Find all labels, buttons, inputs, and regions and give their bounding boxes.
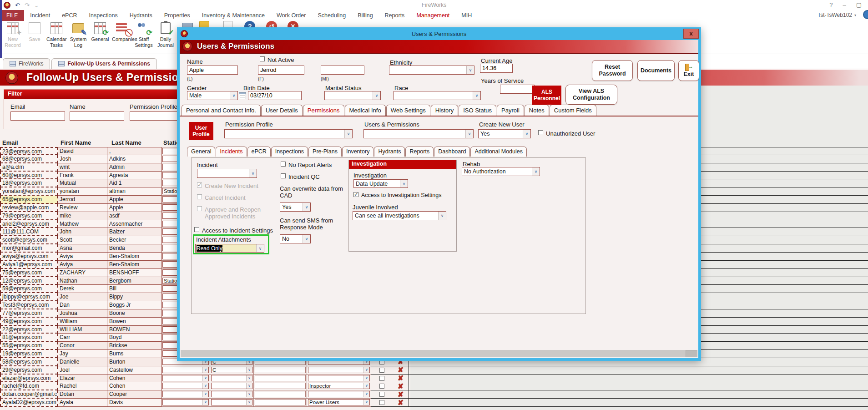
row-checkbox[interactable] xyxy=(379,376,384,381)
file-tab[interactable]: FILE xyxy=(0,10,24,21)
cell-email[interactable]: 77@eprsys.com xyxy=(0,309,58,318)
incident-qc-checkbox[interactable]: Incident QC xyxy=(281,173,320,180)
cell-email[interactable]: AyalaD2@eprsys.com xyxy=(0,399,58,407)
cell-last-name[interactable]: Burton xyxy=(107,358,161,366)
cell-first-name[interactable]: Derek xyxy=(58,285,107,293)
toolbar-button[interactable]: ✎ System Log xyxy=(68,20,88,48)
cell-first-name[interactable]: WILLIAM xyxy=(58,326,107,334)
cell-last-name[interactable]: Bippy xyxy=(107,293,161,301)
chevron-down-icon[interactable]: ∨ xyxy=(202,383,208,389)
toolbar-button[interactable]: + New Record xyxy=(3,20,23,48)
create-new-incident-checkbox[interactable]: Create New Incident xyxy=(197,182,258,189)
chevron-down-icon[interactable]: ∨ xyxy=(246,367,252,373)
access-investigation-settings-checkbox[interactable]: Access to Investigation Settings xyxy=(353,192,441,198)
dialog-tab[interactable]: History xyxy=(431,105,458,116)
cell-first-name[interactable]: William xyxy=(58,318,107,326)
create-new-user-combo[interactable]: Yes∨ xyxy=(478,129,531,138)
cell-last-name[interactable]: Admin xyxy=(107,163,161,172)
cell-email[interactable]: yonatan@eprsys.com xyxy=(0,187,58,196)
cell-last-name[interactable]: Cohen xyxy=(107,375,161,383)
cell-first-name[interactable]: Joshua xyxy=(58,309,107,318)
station-combo[interactable]: ∨ xyxy=(162,375,209,381)
cell-first-name[interactable]: Dotan xyxy=(58,390,107,399)
document-tab[interactable]: Follow-Up Users & Permissions xyxy=(51,58,156,69)
cell-email[interactable]: jbippy@eprsys.com xyxy=(0,293,58,301)
cell-email[interactable]: Aviya1@eprsys.com xyxy=(0,261,58,269)
cell-email[interactable]: scott@eprsys.com xyxy=(0,236,58,244)
cell-first-name[interactable]: Josh xyxy=(58,155,107,163)
cell-email[interactable]: 75@eprsys.com xyxy=(0,269,58,277)
cell-last-name[interactable]: Burns xyxy=(107,350,161,358)
permissions-subtab[interactable]: Additional Modules xyxy=(470,147,527,157)
cell-last-name[interactable]: Becker xyxy=(107,236,161,244)
cell-email[interactable]: 22@eprsys.com xyxy=(0,326,58,334)
current-age-input[interactable] xyxy=(480,64,513,73)
cell-email[interactable]: ariel2@eprsys.com xyxy=(0,220,58,228)
cell-email[interactable]: aviya@eprsys.com xyxy=(0,253,58,261)
cell-first-name[interactable]: Scott xyxy=(58,236,107,244)
cell-email[interactable]: 68@eprsys.com xyxy=(0,155,58,163)
cell-email[interactable]: 19@eprsys.com xyxy=(0,350,58,358)
menu-item[interactable]: Scheduling xyxy=(312,10,352,21)
cell-first-name[interactable]: Danielle xyxy=(58,358,107,366)
chevron-down-icon[interactable]: ∨ xyxy=(473,91,480,100)
middle-initial-input[interactable] xyxy=(321,66,364,75)
station-combo[interactable]: ∨ xyxy=(162,391,209,397)
chevron-down-icon[interactable]: ∨ xyxy=(363,375,369,381)
station-combo[interactable]: ∨ xyxy=(162,399,209,405)
filter-email-input[interactable] xyxy=(10,111,65,121)
delete-icon[interactable]: ✘ xyxy=(398,375,404,381)
birth-date-input[interactable] xyxy=(248,91,302,100)
cell-email[interactable]: 23@eprsys.com xyxy=(0,147,58,155)
toolbar-button[interactable]: ⃠ Companies xyxy=(112,20,132,42)
cell-first-name[interactable]: Jerrod xyxy=(58,196,107,204)
cell-email[interactable]: dotan.cooper@gmail.c xyxy=(0,390,58,399)
permissions-subtab[interactable]: Hydrants xyxy=(374,147,405,157)
reset-password-button[interactable]: ResetPassword xyxy=(592,60,633,81)
dialog-tab[interactable]: Custom Fields xyxy=(550,105,596,116)
cell-first-name[interactable]: Joe xyxy=(58,293,107,301)
cell-first-name[interactable]: Jay xyxy=(58,350,107,358)
chevron-down-icon[interactable]: ∨ xyxy=(523,130,530,138)
cell-email[interactable]: 49@eprsys.com xyxy=(0,318,58,326)
dialog-tab[interactable]: Medical Info xyxy=(345,105,386,116)
dialog-tab[interactable]: Permissions xyxy=(303,105,344,116)
toolbar-button[interactable]: Save xyxy=(25,20,45,42)
permissions-subtab[interactable]: Dashboard xyxy=(434,147,470,157)
cell-last-name[interactable]: Apple xyxy=(107,204,161,212)
station-combo[interactable]: ∨ xyxy=(162,367,209,373)
row-checkbox[interactable] xyxy=(379,384,384,389)
station-combo[interactable]: ∨ xyxy=(162,383,209,389)
cell-email[interactable]: Test3@eprsys.com xyxy=(0,301,58,309)
dialog-tab[interactable]: Payroll xyxy=(497,105,524,116)
menu-item[interactable]: Reports xyxy=(379,10,411,21)
menu-item[interactable]: ePCR xyxy=(56,10,83,21)
permissions-subtab[interactable]: Pre-Plans xyxy=(308,147,342,157)
menu-item[interactable]: MIH xyxy=(455,10,478,21)
gender-combo[interactable]: Male∨ xyxy=(187,91,238,100)
permissions-subtab[interactable]: Reports xyxy=(405,147,434,157)
chevron-down-icon[interactable]: ∨ xyxy=(246,400,252,405)
chevron-down-icon[interactable]: ∨ xyxy=(202,375,208,381)
last-name-input[interactable] xyxy=(187,66,238,75)
row-checkbox[interactable] xyxy=(379,400,384,405)
juvenile-involved-combo[interactable]: Can see all investigations∨ xyxy=(353,211,446,220)
ethnicity-combo[interactable]: ∨ xyxy=(389,66,474,75)
not-active-checkbox[interactable]: Not Active xyxy=(260,56,294,63)
cell-last-name[interactable]: Assenmacher xyxy=(107,220,161,228)
cell-email[interactable]: 58@eprsys.com xyxy=(0,358,58,366)
cell-first-name[interactable]: Mutual xyxy=(58,179,107,187)
dialog-titlebar[interactable]: Users & Permissions x xyxy=(177,27,701,40)
cell-first-name[interactable]: mike xyxy=(58,212,107,220)
cell-email[interactable]: review@apple.com xyxy=(0,204,58,212)
chevron-down-icon[interactable]: ∨ xyxy=(230,91,237,100)
cell-last-name[interactable]: asdf xyxy=(107,212,161,220)
toolbar-button[interactable]: ✓ Daily Journal xyxy=(156,20,176,48)
cell-last-name[interactable]: Benda xyxy=(107,244,161,253)
chevron-down-icon[interactable]: ∨ xyxy=(363,383,369,389)
cell-last-name[interactable]: Ben-Shalom xyxy=(107,253,161,261)
cell-last-name[interactable]: Boggs Jr xyxy=(107,301,161,309)
permission-profile-combo[interactable]: ∨ xyxy=(224,129,353,138)
permissions-subtab[interactable]: ePCR xyxy=(247,147,271,157)
col-email[interactable]: Email xyxy=(2,139,18,146)
